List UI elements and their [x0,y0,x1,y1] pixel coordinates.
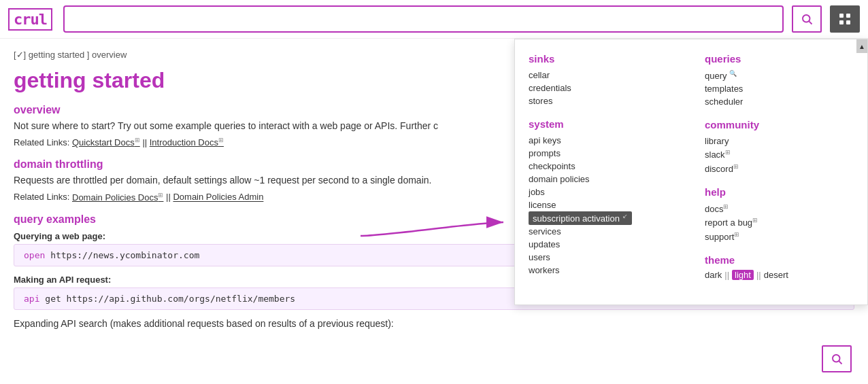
dd-section-queries: queries query 🔍 templates scheduler [705,53,854,108]
domain-policies-admin-link[interactable]: Domain Policies Admin [173,192,263,203]
code-url-api: get https://api.github.com/orgs/netflix/… [45,294,295,304]
svg-point-0 [803,15,810,22]
dd-item-updates[interactable]: updates [529,238,678,251]
related-label: Related Links: [14,137,72,147]
separator1: || [142,137,149,147]
dd-item-slack[interactable]: slack⊞ [705,147,854,161]
theme-desert[interactable]: desert [764,270,788,280]
theme-dark[interactable]: dark [705,270,722,280]
svg-rect-5 [846,20,850,24]
dd-item-workers[interactable]: workers [529,264,678,277]
dd-section-title-theme: theme [705,254,854,266]
dd-section-community: community library slack⊞ discord⊞ [705,119,854,175]
bottom-search-icon [831,353,843,365]
dd-item-report-bug[interactable]: report a bug⊞ [705,215,854,229]
dd-item-stores[interactable]: stores [529,94,678,107]
dd-item-docs[interactable]: docs⊞ [705,202,854,215]
dd-item-jobs[interactable]: jobs [529,186,678,198]
code-cmd-open: open [24,250,45,260]
domain-policies-docs-icon: ⊞ [158,191,163,198]
dd-item-api-keys[interactable]: api keys [529,134,678,147]
dd-item-discord[interactable]: discord⊞ [705,162,854,175]
header: crul [0,0,868,39]
logo: crul [8,8,52,31]
dd-item-cellar[interactable]: cellar [529,69,678,82]
svg-rect-3 [846,14,850,18]
dd-item-users[interactable]: users [529,251,678,264]
dd-section-title-system: system [529,118,678,130]
dd-item-support[interactable]: support⊞ [705,230,854,243]
breadcrumb-unchecked: ] overview [87,50,127,60]
grid-icon [838,12,852,26]
dd-section-title-help: help [705,186,854,198]
related-label2: Related Links: [14,192,72,203]
separator2: || [166,192,173,203]
introduction-docs-link[interactable]: Introduction Docs⊞ [150,137,224,147]
theme-light[interactable]: light [732,270,754,280]
scrollbar-up[interactable]: ▲ [856,39,867,53]
dd-section-title-community: community [705,119,854,130]
grid-button[interactable] [830,5,860,33]
domain-policies-docs-link[interactable]: Domain Policies Docs⊞ [72,192,163,203]
code-url-open: https://news.ycombinator.com [50,250,199,260]
bottom-search-button[interactable] [822,345,852,372]
quickstart-docs-link[interactable]: Quickstart Docs⊞ [72,137,140,147]
dd-item-services[interactable]: services [529,225,678,238]
quickstart-docs-icon: ⊞ [135,137,140,143]
dd-item-prompts[interactable]: prompts [529,147,678,160]
dropdown-col2: queries query 🔍 templates scheduler comm… [705,53,854,291]
dd-item-domain-policies[interactable]: domain policies [529,173,678,186]
dd-item-query[interactable]: query 🔍 [705,69,854,82]
search-input[interactable] [63,5,784,33]
dd-item-subscription-activation[interactable]: subscription activation ↙ [529,211,632,225]
svg-point-7 [833,355,840,362]
dd-item-checkpoints[interactable]: checkpoints [529,160,678,173]
dd-section-theme: theme dark || light || desert [705,254,854,280]
expanding-api-label: Expanding API search (makes additional r… [14,318,854,329]
search-icon [801,13,813,25]
svg-line-8 [839,361,841,364]
dd-item-scheduler[interactable]: scheduler [705,95,854,108]
main-area: [✓] getting started ] overview getting s… [0,39,868,383]
svg-rect-4 [839,20,844,24]
dd-section-title-sinks: sinks [529,53,678,65]
dd-section-help: help docs⊞ report a bug⊞ support⊞ [705,186,854,243]
svg-rect-2 [839,14,844,18]
breadcrumb-checked: [✓] getting started [14,50,84,60]
dropdown-col1: sinks cellar credentials stores system a… [529,53,678,291]
search-button[interactable] [792,5,822,33]
dd-item-library[interactable]: library [705,135,854,147]
dropdown-panel: ▲ sinks cellar credentials stores system… [514,39,868,305]
theme-sep1: || [724,270,729,280]
dd-section-system: system api keys prompts checkpoints doma… [529,118,678,277]
dd-section-sinks: sinks cellar credentials stores [529,53,678,107]
dd-item-license[interactable]: license [529,198,678,211]
dd-item-credentials[interactable]: credentials [529,82,678,94]
theme-options: dark || light || desert [705,270,854,280]
dd-item-templates[interactable]: templates [705,82,854,95]
theme-sep2: || [756,270,761,280]
dd-section-title-queries: queries [705,53,854,65]
introduction-docs-icon: ⊞ [218,137,224,143]
svg-line-1 [809,21,812,24]
code-cmd-api: api [24,294,39,304]
